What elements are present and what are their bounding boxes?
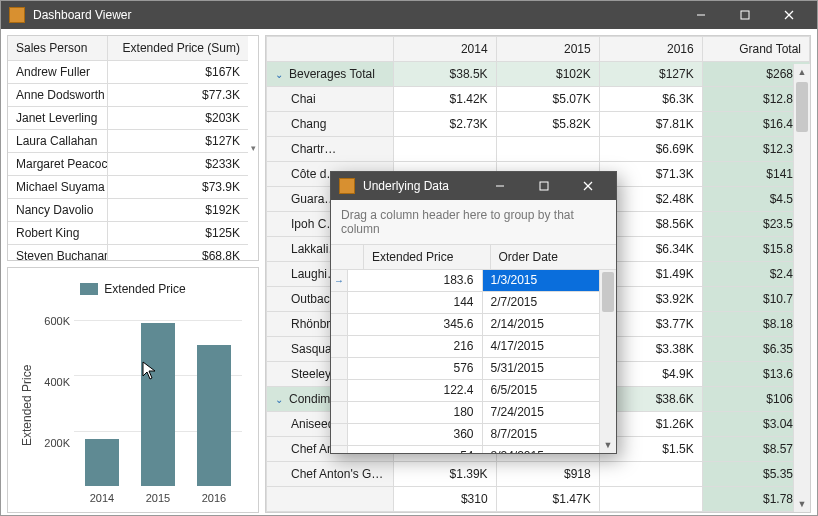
pivot-row-label: Chai (267, 87, 394, 112)
dialog-maximize-button[interactable] (522, 172, 566, 200)
modal-col-date[interactable]: Order Date (491, 245, 617, 270)
pivot-col-header[interactable] (267, 37, 394, 62)
expander-icon[interactable]: ⌄ (275, 69, 285, 80)
modal-grid-row[interactable]: 1442/7/2015 (331, 292, 616, 314)
sales-row[interactable]: Janet Leverling$203K (8, 107, 248, 130)
minimize-button[interactable] (679, 1, 723, 29)
pivot-cell: $7.81K (599, 112, 702, 137)
main-window: Dashboard Viewer Sales Person Extended P… (1, 1, 817, 515)
chart-y-axis-label: Extended Price (18, 306, 34, 504)
modal-grid-row[interactable]: 5765/31/2015 (331, 358, 616, 380)
pivot-scrollbar[interactable]: ▲ ▼ (793, 64, 810, 512)
window-title: Dashboard Viewer (33, 8, 132, 22)
row-indicator (331, 358, 348, 379)
sales-scroll-indicator[interactable]: ▾ (248, 36, 258, 260)
sales-row[interactable]: Nancy Davolio$192K (8, 199, 248, 222)
scroll-up-icon[interactable]: ▲ (794, 64, 810, 80)
modal-grid-body[interactable]: →183.61/3/20151442/7/2015345.62/14/20152… (331, 270, 616, 453)
date-cell: 4/17/2015 (483, 336, 617, 357)
pivot-col-header[interactable]: 2016 (599, 37, 702, 62)
sales-row[interactable]: Laura Callahan$127K (8, 130, 248, 153)
pivot-col-header[interactable]: 2015 (496, 37, 599, 62)
close-button[interactable] (767, 1, 811, 29)
sales-value-cell: $73.9K (108, 176, 248, 198)
dialog-titlebar[interactable]: Underlying Data (331, 172, 616, 200)
row-indicator (331, 446, 348, 453)
expander-icon[interactable]: ⌄ (275, 394, 285, 405)
pivot-row[interactable]: Chef Anton's Gu…$1.39K$918$5.35K (267, 462, 810, 487)
modal-grid-row[interactable]: 3608/7/2015 (331, 424, 616, 446)
pivot-cell: $1.42K (393, 87, 496, 112)
chart-plot[interactable]: 201420152016 200K400K600K (34, 306, 248, 504)
pivot-row[interactable]: ⌄Beverages Total$38.5K$102K$127K$268K (267, 62, 810, 87)
pivot-cell: $1.47K (496, 487, 599, 512)
pivot-row[interactable]: Chang$2.73K$5.82K$7.81K$16.4K (267, 112, 810, 137)
group-by-hint[interactable]: Drag a column header here to group by th… (331, 200, 616, 245)
row-indicator (331, 314, 348, 335)
modal-grid-row[interactable]: →183.61/3/2015 (331, 270, 616, 292)
sales-col-person[interactable]: Sales Person (8, 36, 108, 60)
pivot-row[interactable]: Chartr…$6.69K$12.3K (267, 137, 810, 162)
modal-scrollbar[interactable]: ▲ ▼ (599, 270, 616, 453)
sales-table-header[interactable]: Sales Person Extended Price (Sum) (8, 36, 248, 61)
modal-grid-row[interactable]: 1807/24/2015 (331, 402, 616, 424)
pivot-col-header[interactable]: 2014 (393, 37, 496, 62)
sales-value-cell: $68.8K (108, 245, 248, 260)
sales-row[interactable]: Andrew Fuller$167K (8, 61, 248, 84)
pivot-row-label: Chef Anton's Gu… (267, 462, 394, 487)
sales-value-cell: $127K (108, 130, 248, 152)
modal-scroll-thumb[interactable] (602, 272, 614, 312)
modal-grid-header[interactable]: Extended Price Order Date (331, 245, 616, 270)
modal-grid-row[interactable]: 345.62/14/2015 (331, 314, 616, 336)
price-cell: 122.4 (348, 380, 483, 401)
underlying-data-dialog[interactable]: Underlying Data Drag a column header her… (330, 171, 617, 454)
modal-grid-row[interactable]: 122.46/5/2015 (331, 380, 616, 402)
chart-bar[interactable] (197, 345, 231, 486)
legend-swatch (80, 283, 98, 295)
row-indicator (331, 424, 348, 445)
modal-col-price[interactable]: Extended Price (364, 245, 491, 270)
sales-person-cell: Andrew Fuller (8, 61, 108, 83)
sales-row[interactable]: Anne Dodsworth$77.3K (8, 84, 248, 107)
pivot-cell: $38.5K (393, 62, 496, 87)
chart-x-tick: 2014 (90, 492, 114, 504)
date-cell: 2/14/2015 (483, 314, 617, 335)
pivot-cell (496, 137, 599, 162)
sales-person-cell: Nancy Davolio (8, 199, 108, 221)
pivot-cell: $6.69K (599, 137, 702, 162)
main-titlebar[interactable]: Dashboard Viewer (1, 1, 817, 29)
pivot-cell: $310 (393, 487, 496, 512)
chart-bar[interactable] (85, 439, 119, 486)
dialog-icon (339, 178, 355, 194)
row-indicator (331, 380, 348, 401)
sales-row[interactable]: Margaret Peacock$233K (8, 153, 248, 176)
maximize-button[interactable] (723, 1, 767, 29)
scroll-thumb[interactable] (796, 82, 808, 132)
modal-grid-row[interactable]: 548/24/2015 (331, 446, 616, 453)
price-cell: 180 (348, 402, 483, 423)
price-cell: 144 (348, 292, 483, 313)
sales-row[interactable]: Robert King$125K (8, 222, 248, 245)
date-cell: 1/3/2015 (483, 270, 617, 291)
svg-rect-5 (540, 182, 548, 190)
dialog-minimize-button[interactable] (478, 172, 522, 200)
pivot-row-label: ⌄Beverages Total (267, 62, 394, 87)
dialog-close-button[interactable] (566, 172, 610, 200)
scroll-down-icon[interactable]: ▼ (794, 496, 810, 512)
modal-scroll-down-icon[interactable]: ▼ (600, 437, 616, 453)
sales-row[interactable]: Steven Buchanan$68.8K (8, 245, 248, 260)
pivot-cell (599, 462, 702, 487)
sales-row[interactable]: Michael Suyama$73.9K (8, 176, 248, 199)
row-indicator: → (331, 270, 348, 291)
date-cell: 5/31/2015 (483, 358, 617, 379)
pivot-cell: $5.82K (496, 112, 599, 137)
pivot-row[interactable]: $310$1.47K$1.78K (267, 487, 810, 512)
pivot-row-label (267, 487, 394, 512)
pivot-row[interactable]: Chai$1.42K$5.07K$6.3K$12.8K (267, 87, 810, 112)
sales-col-value[interactable]: Extended Price (Sum) (108, 36, 248, 60)
pivot-col-header[interactable]: Grand Total (702, 37, 809, 62)
chart-bar[interactable] (141, 323, 175, 486)
price-cell: 216 (348, 336, 483, 357)
modal-grid-row[interactable]: 2164/17/2015 (331, 336, 616, 358)
row-indicator-header (331, 245, 364, 270)
